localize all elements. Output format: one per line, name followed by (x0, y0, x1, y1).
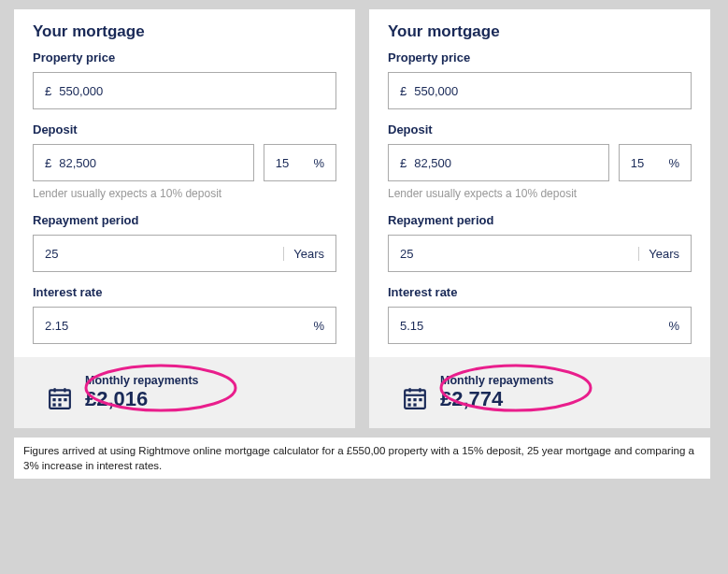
property-price-field: Property price £ 550,000 (33, 50, 336, 109)
deposit-label: Deposit (33, 122, 336, 136)
repayment-suffix: Years (638, 247, 679, 261)
interest-field: Interest rate 5.15 % (388, 285, 692, 344)
deposit-percent-input[interactable]: 15 % (264, 144, 336, 181)
deposit-field: Deposit £ 82,500 15 % Lender usually exp… (388, 122, 692, 200)
property-price-label: Property price (33, 50, 336, 65)
percent-suffix: % (313, 319, 324, 333)
property-price-label: Property price (388, 50, 692, 65)
deposit-percent-input[interactable]: 15 % (619, 144, 692, 181)
svg-rect-15 (413, 398, 416, 401)
svg-rect-18 (413, 403, 416, 406)
result-amount: £2,016 (85, 387, 199, 411)
svg-rect-6 (64, 398, 66, 401)
deposit-percent-value: 15 (631, 156, 644, 170)
mortgage-panel-right: Your mortgage Property price £ 550,000 D… (369, 9, 710, 428)
currency-prefix: £ (45, 84, 51, 98)
repayment-value: 25 (45, 247, 58, 261)
repayment-label: Repayment period (33, 213, 336, 227)
property-price-input[interactable]: £ 550,000 (388, 72, 692, 109)
panel-title: Your mortgage (33, 22, 336, 41)
svg-rect-7 (52, 403, 55, 406)
calendar-icon (48, 386, 72, 410)
interest-field: Interest rate 2.15 % (33, 285, 336, 344)
repayment-field: Repayment period 25 Years (388, 213, 692, 272)
interest-input[interactable]: 2.15 % (33, 307, 336, 344)
interest-label: Interest rate (33, 285, 336, 299)
footnote-text: Figures arrived at using Rightmove onlin… (14, 438, 710, 479)
svg-rect-8 (58, 403, 61, 406)
property-price-field: Property price £ 550,000 (388, 50, 692, 109)
deposit-hint: Lender usually expects a 10% deposit (388, 187, 692, 200)
deposit-field: Deposit £ 82,500 15 % Lender usually exp… (33, 122, 336, 200)
result-label: Monthly repayments (440, 374, 554, 387)
svg-rect-16 (419, 398, 421, 401)
panel-title: Your mortgage (388, 22, 692, 41)
interest-input[interactable]: 5.15 % (388, 307, 692, 344)
interest-value: 2.15 (45, 319, 68, 333)
percent-suffix: % (668, 156, 679, 170)
svg-rect-4 (52, 398, 55, 401)
repayment-value: 25 (400, 247, 413, 261)
interest-value: 5.15 (400, 319, 423, 333)
mortgage-panels: Your mortgage Property price £ 550,000 D… (14, 9, 714, 428)
monthly-repayments-result: Monthly repayments £2,016 (14, 357, 355, 428)
currency-prefix: £ (400, 84, 407, 98)
monthly-repayments-result: Monthly repayments £2,774 (369, 357, 710, 428)
deposit-hint: Lender usually expects a 10% deposit (33, 187, 336, 200)
calendar-icon (403, 386, 427, 410)
repayment-field: Repayment period 25 Years (33, 213, 336, 272)
deposit-amount-input[interactable]: £ 82,500 (388, 144, 609, 181)
deposit-value: 82,500 (59, 156, 96, 170)
property-price-value: 550,000 (59, 84, 103, 98)
percent-suffix: % (668, 319, 679, 333)
result-amount: £2,774 (440, 387, 554, 411)
svg-rect-14 (407, 398, 410, 401)
svg-rect-5 (58, 398, 61, 401)
deposit-percent-value: 15 (276, 156, 289, 170)
repayment-label: Repayment period (388, 213, 692, 227)
deposit-value: 82,500 (414, 156, 451, 170)
property-price-input[interactable]: £ 550,000 (33, 72, 336, 109)
result-label: Monthly repayments (85, 374, 199, 387)
repayment-input[interactable]: 25 Years (388, 235, 692, 272)
repayment-suffix: Years (283, 247, 324, 261)
deposit-label: Deposit (388, 122, 692, 136)
interest-label: Interest rate (388, 285, 692, 299)
mortgage-panel-left: Your mortgage Property price £ 550,000 D… (14, 9, 355, 428)
deposit-amount-input[interactable]: £ 82,500 (33, 144, 254, 181)
svg-rect-17 (407, 403, 410, 406)
property-price-value: 550,000 (414, 84, 458, 98)
currency-prefix: £ (45, 156, 51, 170)
percent-suffix: % (313, 156, 324, 170)
currency-prefix: £ (400, 156, 407, 170)
repayment-input[interactable]: 25 Years (33, 235, 336, 272)
